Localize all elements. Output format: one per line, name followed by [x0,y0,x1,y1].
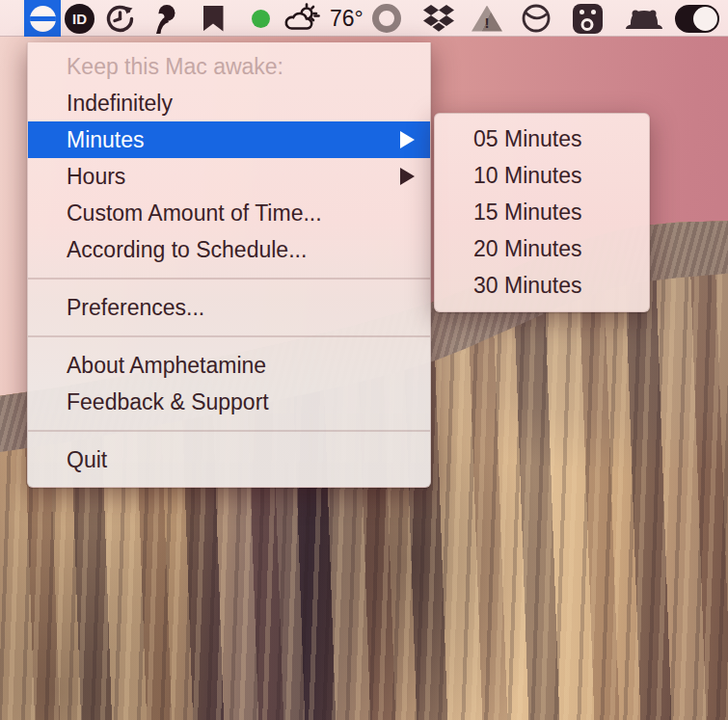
weather-menubar-item[interactable] [279,0,329,37]
menu-item-preferences[interactable]: Preferences... [28,289,430,326]
ring-icon [372,4,401,33]
id-circle-menubar-item[interactable]: ID [65,0,94,37]
dropbox-icon [422,4,455,33]
menu-item-hours[interactable]: Hours [28,158,430,195]
submenu-item-15-minutes[interactable]: 15 Minutes [435,194,649,230]
submenu-item-10-minutes[interactable]: 10 Minutes [435,157,649,194]
amphetamine-menubar-button[interactable] [24,0,61,37]
toggle-menubar-item[interactable] [674,0,720,37]
drive-menubar-item[interactable]: ! [471,0,503,37]
status-dot-menubar-item[interactable] [250,0,271,37]
submenu-item-20-minutes[interactable]: 20 Minutes [435,230,649,267]
p-swoosh-icon [149,3,178,35]
submenu-item-label: 15 Minutes [473,200,582,226]
submenu-item-label: 10 Minutes [473,163,582,189]
menu-bar: ID [0,0,728,37]
bear-menubar-item[interactable] [622,0,666,37]
face-eye-right [591,10,596,14]
menu-item-label: Minutes [67,127,145,153]
circle-arc-icon [520,2,553,35]
menu-separator [28,430,430,432]
menu-item-about-amphetamine[interactable]: About Amphetamine [28,347,430,384]
circle-arc-menubar-item[interactable] [519,0,553,37]
screen: ID [0,0,728,720]
submenu-item-30-minutes[interactable]: 30 Minutes [435,267,649,304]
menu-separator [28,278,430,280]
amphetamine-menu: Keep this Mac awake: IndefinitelyMinutes… [27,42,431,488]
menu-item-custom-amount-of-time[interactable]: Custom Amount of Time... [28,195,430,231]
menu-item-label: About Amphetamine [67,353,266,379]
p-swoosh-menubar-item[interactable] [148,0,179,37]
bookmark-icon [203,6,224,32]
menu-item-label: According to Schedule... [67,237,307,263]
menu-item-label: Hours [67,164,125,190]
menu-item-label: Indefinitely [67,91,173,117]
face-eye-left [580,10,584,14]
drive-alert-glyph: ! [485,15,490,32]
menu-item-label: Preferences... [67,295,204,321]
submenu-item-label: 20 Minutes [473,236,582,262]
menu-item-according-to-schedule[interactable]: According to Schedule... [28,231,430,268]
dropbox-menubar-item[interactable] [420,0,457,37]
menu-item-label: Custom Amount of Time... [67,200,322,227]
drive-triangle-alert-icon: ! [472,6,502,32]
menu-item-indefinitely[interactable]: Indefinitely [28,85,430,121]
history-clock-menubar-item[interactable] [104,0,136,37]
submenu-arrow-icon [400,131,415,148]
submenu-arrow-icon [400,168,415,185]
face-square-icon [573,4,603,34]
sun-cloud-weather-icon [282,3,326,34]
menu-item-quit[interactable]: Quit [28,441,430,478]
menu-item-minutes[interactable]: Minutes [28,121,430,158]
face-square-menubar-item[interactable] [571,0,604,37]
submenu-item-label: 05 Minutes [473,126,582,152]
minutes-submenu: 05 Minutes10 Minutes15 Minutes20 Minutes… [434,113,650,312]
menu-separator [28,335,430,337]
toggle-switch-icon [675,5,719,33]
amphetamine-pill-icon [30,6,56,32]
history-clock-icon [105,4,135,34]
menu-header-keep-awake: Keep this Mac awake: [28,48,430,85]
menu-item-label: Quit [67,447,107,473]
submenu-item-label: 30 Minutes [473,273,582,299]
menu-item-label: Feedback & Support [67,389,269,415]
submenu-item-05-minutes[interactable]: 05 Minutes [435,120,649,157]
menu-item-feedback-support[interactable]: Feedback & Support [28,384,430,420]
toggle-knob [693,7,717,31]
green-status-dot-icon [252,10,270,28]
bear-hat-icon [623,5,665,32]
bookmark-menubar-item[interactable] [202,0,225,37]
ring-menubar-item[interactable] [371,0,402,37]
id-circle-icon: ID [65,4,94,34]
face-mouth [581,18,594,31]
